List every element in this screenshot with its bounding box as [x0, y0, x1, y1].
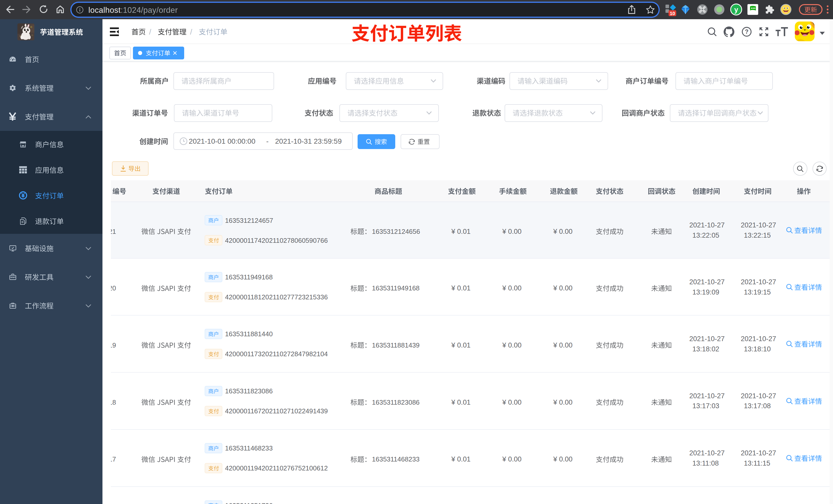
svg-text:?: ?: [745, 28, 748, 35]
svg-text:y: y: [734, 6, 738, 14]
svg-text:10: 10: [670, 11, 675, 16]
